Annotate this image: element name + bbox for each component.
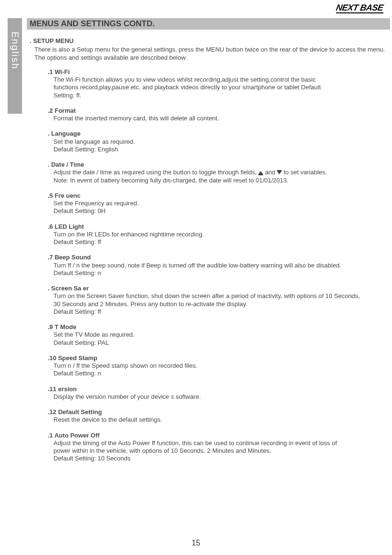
text-fragment: to set variables. — [282, 169, 327, 176]
setup-item: .11 ersionDisplay the version number of … — [48, 385, 387, 401]
brand-logo: NEXT BASE — [336, 3, 383, 13]
item-title: .11 ersion — [48, 385, 387, 393]
item-line: The Wi-Fi function allows you to view vi… — [53, 76, 387, 84]
brand-text: NEXT BASE — [336, 3, 384, 13]
setup-item: .1 Auto Power OffAdjust the timing of th… — [48, 432, 387, 463]
language-tab-label: English — [10, 32, 21, 70]
item-body: The Wi-Fi function allows you to view vi… — [48, 76, 387, 99]
up-arrow-icon — [258, 171, 263, 174]
item-title: .12 Default Setting — [48, 408, 387, 416]
item-title: .10 Speed Stamp — [48, 354, 387, 362]
page-number: 15 — [0, 539, 392, 547]
item-title: .5 Fre uenc — [48, 192, 387, 200]
item-line: Set the TV Mode as required. — [53, 331, 387, 339]
item-line: Turn n / ff the Speed stamp shown on rec… — [53, 362, 387, 370]
item-title: .2 Format — [48, 107, 387, 115]
item-body: Display the version number of your devic… — [48, 393, 387, 401]
item-line: Default Setting: n — [53, 269, 387, 277]
item-title: . Screen Sa er — [48, 285, 387, 292]
text-fragment: Adjust the date / time as required using… — [53, 169, 258, 176]
item-title: .1 Auto Power Off — [48, 432, 387, 439]
item-title: . Language — [48, 130, 387, 138]
text-fragment: and — [263, 169, 277, 176]
item-title: .1 Wi-Fi — [48, 68, 387, 76]
setup-item: .7 Beep SoundTurn ff / n the beep sound,… — [48, 254, 387, 277]
item-body: Reset the device to the default settings… — [48, 416, 387, 424]
item-body: Set the TV Mode as required. Default Set… — [48, 331, 387, 347]
item-line: Set the language as required. — [53, 138, 387, 146]
item-title: .9 T Mode — [48, 323, 387, 331]
item-title: .7 Beep Sound — [48, 254, 387, 261]
item-body: Adjust the timing of the Auto Power ff f… — [48, 439, 387, 463]
item-line: Format the inserted memory card, this wi… — [53, 115, 387, 122]
item-body: Set the language as required.Default Set… — [48, 138, 387, 154]
item-line: power within in the vehicle, with option… — [53, 447, 387, 455]
item-line: 30 Seconds and 2 Minutes. Press any butt… — [53, 300, 387, 308]
language-tab: English — [8, 18, 22, 114]
item-line: Default Setting: ff — [53, 308, 387, 316]
item-body: Turn on the Screen Saver function, shut … — [48, 292, 387, 316]
down-arrow-icon — [277, 171, 282, 174]
setup-item: .6 LED LightTurn on the IR LEDs for enha… — [48, 223, 387, 246]
item-line: Reset the device to the default settings… — [53, 416, 387, 424]
setup-item: . LanguageSet the language as required.D… — [48, 130, 387, 153]
setup-item: . Date / TimeAdjust the date / time as r… — [48, 161, 387, 184]
item-line: Turn on the IR LEDs for enhanced nightti… — [53, 231, 387, 238]
item-line: Display the version number of your devic… — [53, 393, 387, 401]
item-body: Turn n / ff the Speed stamp shown on rec… — [48, 362, 387, 378]
item-body: Format the inserted memory card, this wi… — [48, 115, 387, 122]
item-line: Setting: ff. — [53, 92, 387, 99]
item-line: Default Setting: n — [53, 370, 387, 377]
items-list: .1 Wi-FiThe Wi-Fi function allows you to… — [30, 68, 387, 463]
item-line: Default Setting: PAL — [53, 339, 387, 347]
item-line: Adjust the timing of the Auto Power ff f… — [53, 439, 387, 447]
setup-item: .10 Speed StampTurn n / ff the Speed sta… — [48, 354, 387, 378]
item-body: Set the Frequency as required.Default Se… — [48, 200, 387, 215]
setup-item: . Screen Sa erTurn on the Screen Saver f… — [48, 285, 387, 316]
intro-body: There is also a Setup menu for the gener… — [30, 46, 387, 62]
setup-item: .12 Default SettingReset the device to t… — [48, 408, 387, 424]
setup-item: .1 Wi-FiThe Wi-Fi function allows you to… — [48, 68, 387, 99]
item-body: Turn ff / n the beep sound, note if Beep… — [48, 262, 387, 278]
setup-item: .2 FormatFormat the inserted memory card… — [48, 107, 387, 123]
item-line: Default Setting: English — [53, 146, 387, 153]
intro-title: . SETUP MENU — [30, 37, 387, 45]
content-area: . SETUP MENU There is also a Setup menu … — [30, 37, 387, 470]
item-line: Default Setting: ff — [53, 238, 387, 246]
item-body: Turn on the IR LEDs for enhanced nightti… — [48, 231, 387, 246]
setup-item: .9 T Mode Set the TV Mode as required. D… — [48, 323, 387, 347]
item-line: Note: In event of battery becoming fully… — [53, 177, 387, 184]
item-line: Default Setting: 0H — [53, 207, 387, 215]
item-line: Set the Frequency as required. — [53, 200, 387, 207]
item-title: .6 LED Light — [48, 223, 387, 231]
item-line: Turn ff / n the beep sound, note if Beep… — [53, 262, 387, 269]
setup-item: .5 Fre uencSet the Frequency as required… — [48, 192, 387, 215]
section-header-text: MENUS AND SETTINGS CONTD. — [30, 19, 155, 28]
item-title: . Date / Time — [48, 161, 387, 169]
item-body: Adjust the date / time as required using… — [48, 169, 387, 184]
item-line: functions record,play,pause etc. and pla… — [53, 84, 387, 91]
item-line: Turn on the Screen Saver function, shut … — [53, 292, 387, 300]
item-line: Adjust the date / time as required using… — [53, 169, 387, 176]
section-header: MENUS AND SETTINGS CONTD. — [27, 18, 390, 30]
item-line: Default Setting: 10 Seconds — [53, 455, 387, 462]
